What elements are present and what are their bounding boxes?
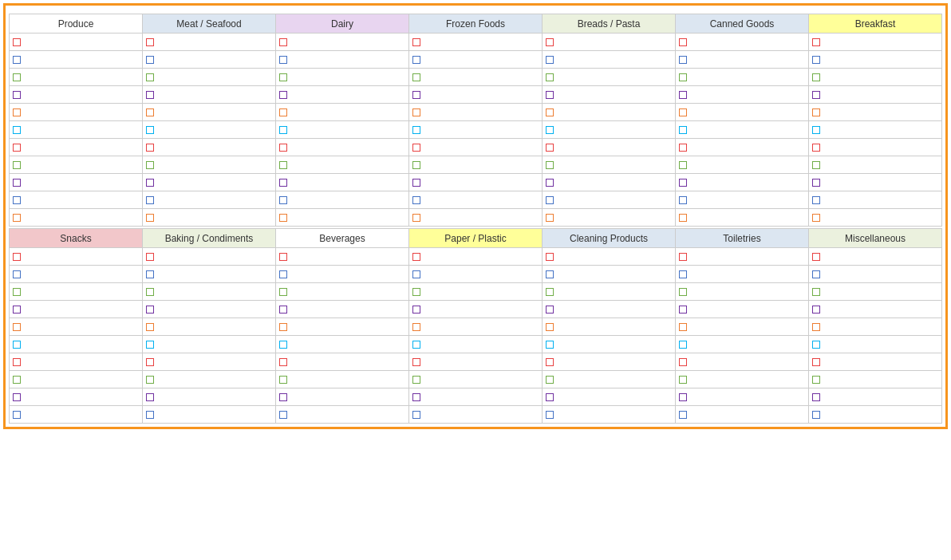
checkbox-icon[interactable] — [412, 270, 420, 278]
list-item[interactable] — [676, 156, 809, 174]
list-item[interactable] — [143, 174, 276, 191]
list-item[interactable] — [276, 318, 409, 336]
list-item[interactable] — [543, 266, 676, 283]
list-item[interactable] — [276, 388, 409, 406]
list-item[interactable] — [409, 336, 543, 353]
list-item[interactable] — [276, 139, 409, 156]
checkbox-icon[interactable] — [546, 393, 554, 401]
list-item[interactable] — [10, 191, 143, 209]
checkbox-icon[interactable] — [279, 56, 287, 64]
list-item[interactable] — [676, 301, 809, 318]
list-item[interactable] — [276, 353, 409, 371]
list-item[interactable] — [809, 266, 942, 283]
list-item[interactable] — [809, 86, 942, 104]
list-item[interactable] — [543, 283, 676, 301]
checkbox-icon[interactable] — [146, 144, 154, 152]
list-item[interactable] — [676, 318, 809, 336]
list-item[interactable] — [276, 266, 409, 283]
checkbox-icon[interactable] — [412, 306, 420, 314]
list-item[interactable] — [143, 371, 276, 388]
list-item[interactable] — [809, 139, 942, 156]
list-item[interactable] — [543, 69, 676, 86]
list-item[interactable] — [143, 406, 276, 424]
checkbox-icon[interactable] — [812, 341, 820, 349]
checkbox-icon[interactable] — [412, 144, 420, 152]
checkbox-icon[interactable] — [546, 73, 554, 81]
list-item[interactable] — [143, 353, 276, 371]
list-item[interactable] — [276, 209, 409, 227]
list-item[interactable] — [676, 388, 809, 406]
list-item[interactable] — [409, 139, 543, 156]
checkbox-icon[interactable] — [812, 214, 820, 222]
list-item[interactable] — [409, 209, 543, 227]
checkbox-icon[interactable] — [412, 358, 420, 366]
checkbox-icon[interactable] — [13, 393, 21, 401]
list-item[interactable] — [10, 266, 143, 283]
list-item[interactable] — [276, 104, 409, 121]
list-item[interactable] — [10, 353, 143, 371]
checkbox-icon[interactable] — [679, 288, 687, 296]
list-item[interactable] — [409, 104, 543, 121]
list-item[interactable] — [10, 318, 143, 336]
list-item[interactable] — [276, 371, 409, 388]
checkbox-icon[interactable] — [812, 161, 820, 169]
list-item[interactable] — [409, 191, 543, 209]
checkbox-icon[interactable] — [679, 306, 687, 314]
checkbox-icon[interactable] — [812, 73, 820, 81]
checkbox-icon[interactable] — [546, 288, 554, 296]
checkbox-icon[interactable] — [279, 288, 287, 296]
checkbox-icon[interactable] — [546, 253, 554, 261]
checkbox-icon[interactable] — [412, 288, 420, 296]
checkbox-icon[interactable] — [13, 214, 21, 222]
list-item[interactable] — [809, 353, 942, 371]
checkbox-icon[interactable] — [412, 73, 420, 81]
list-item[interactable] — [809, 406, 942, 424]
checkbox-icon[interactable] — [679, 144, 687, 152]
checkbox-icon[interactable] — [146, 196, 154, 204]
list-item[interactable] — [10, 388, 143, 406]
checkbox-icon[interactable] — [679, 126, 687, 134]
checkbox-icon[interactable] — [812, 38, 820, 46]
list-item[interactable] — [10, 283, 143, 301]
list-item[interactable] — [409, 174, 543, 191]
list-item[interactable] — [276, 283, 409, 301]
checkbox-icon[interactable] — [812, 196, 820, 204]
checkbox-icon[interactable] — [279, 108, 287, 116]
list-item[interactable] — [143, 86, 276, 104]
list-item[interactable] — [543, 156, 676, 174]
list-item[interactable] — [10, 301, 143, 318]
list-item[interactable] — [143, 336, 276, 353]
list-item[interactable] — [276, 34, 409, 51]
checkbox-icon[interactable] — [546, 358, 554, 366]
list-item[interactable] — [676, 406, 809, 424]
checkbox-icon[interactable] — [146, 288, 154, 296]
list-item[interactable] — [143, 121, 276, 139]
list-item[interactable] — [10, 51, 143, 69]
list-item[interactable] — [276, 174, 409, 191]
list-item[interactable] — [676, 104, 809, 121]
list-item[interactable] — [543, 301, 676, 318]
list-item[interactable] — [409, 86, 543, 104]
list-item[interactable] — [543, 336, 676, 353]
checkbox-icon[interactable] — [13, 73, 21, 81]
checkbox-icon[interactable] — [146, 270, 154, 278]
list-item[interactable] — [143, 283, 276, 301]
list-item[interactable] — [10, 34, 143, 51]
checkbox-icon[interactable] — [546, 56, 554, 64]
checkbox-icon[interactable] — [679, 358, 687, 366]
checkbox-icon[interactable] — [146, 179, 154, 187]
checkbox-icon[interactable] — [546, 126, 554, 134]
checkbox-icon[interactable] — [412, 126, 420, 134]
list-item[interactable] — [10, 139, 143, 156]
list-item[interactable] — [409, 283, 543, 301]
checkbox-icon[interactable] — [546, 214, 554, 222]
checkbox-icon[interactable] — [146, 214, 154, 222]
checkbox-icon[interactable] — [279, 393, 287, 401]
list-item[interactable] — [276, 248, 409, 266]
checkbox-icon[interactable] — [146, 56, 154, 64]
checkbox-icon[interactable] — [812, 323, 820, 331]
list-item[interactable] — [409, 266, 543, 283]
checkbox-icon[interactable] — [279, 38, 287, 46]
list-item[interactable] — [543, 86, 676, 104]
checkbox-icon[interactable] — [546, 270, 554, 278]
